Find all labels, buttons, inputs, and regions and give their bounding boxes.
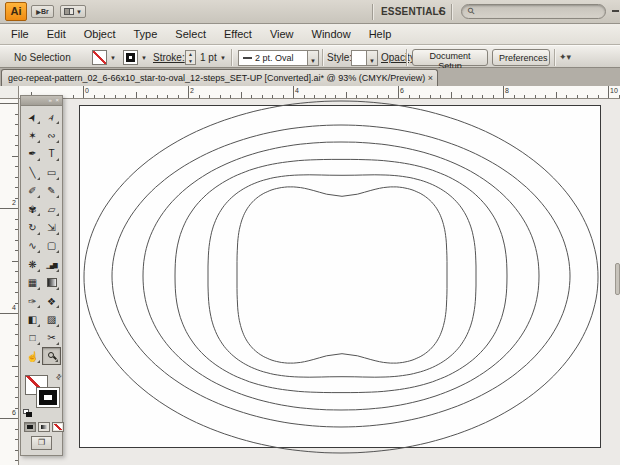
artboard[interactable] bbox=[80, 106, 601, 448]
separator bbox=[554, 49, 555, 66]
application-bar: Ai ▶Br ▼ ESSENTIALS ▼ ⚲ bbox=[0, 0, 620, 24]
ruler-tick bbox=[325, 95, 326, 99]
gradient-tool[interactable] bbox=[42, 274, 61, 292]
stroke-swatch[interactable] bbox=[123, 50, 138, 65]
color-mode-button[interactable] bbox=[24, 422, 36, 432]
fill-swatch[interactable] bbox=[92, 50, 107, 65]
vertical-scrollbar[interactable] bbox=[615, 263, 620, 295]
menu-window[interactable]: Window bbox=[303, 24, 360, 44]
zoom-tool[interactable] bbox=[42, 347, 61, 365]
document-setup-button[interactable]: Document Setup bbox=[412, 49, 488, 66]
eraser-tool[interactable]: ▱ bbox=[42, 200, 61, 218]
style-combo[interactable] bbox=[351, 50, 367, 66]
rectangle-tool[interactable]: ▭ bbox=[42, 163, 61, 181]
chevron-down-icon[interactable]: ▼ bbox=[220, 55, 226, 61]
brush-definition-combo[interactable]: 2 pt. Oval bbox=[238, 50, 308, 66]
ruler-tick bbox=[136, 92, 137, 98]
free-transform-tool[interactable]: ▢ bbox=[42, 237, 61, 255]
ruler-tick bbox=[482, 95, 483, 99]
search-input[interactable]: ⚲ bbox=[461, 4, 606, 19]
hand-tool[interactable]: ☝ bbox=[23, 347, 42, 365]
style-dropdown-button[interactable]: ▼ bbox=[366, 50, 378, 66]
separator bbox=[451, 4, 452, 20]
brush-dropdown-button[interactable]: ▼ bbox=[307, 50, 319, 66]
gradient-mode-button[interactable] bbox=[38, 422, 50, 432]
blob-brush-tool[interactable]: ✾ bbox=[23, 200, 42, 218]
swap-fill-stroke-icon[interactable]: ⇄ bbox=[54, 372, 64, 382]
preferences-button[interactable]: Preferences bbox=[492, 49, 550, 66]
ruler-tick bbox=[356, 95, 357, 99]
rotate-tool[interactable]: ↻ bbox=[23, 218, 42, 236]
ruler-tick bbox=[178, 95, 179, 99]
default-fill-stroke-icon[interactable] bbox=[23, 409, 32, 417]
canvas-drawing-area[interactable] bbox=[0, 99, 620, 465]
magic-wand-tool[interactable]: ✶ bbox=[23, 126, 42, 144]
scale-tool[interactable]: ⇲ bbox=[42, 218, 61, 236]
menu-select[interactable]: Select bbox=[166, 24, 215, 44]
ruler-tick bbox=[125, 95, 126, 99]
slice-tool[interactable]: ✂ bbox=[42, 329, 61, 347]
go-to-bridge-button[interactable]: ▶Br bbox=[31, 5, 54, 18]
stroke-color-swatch[interactable] bbox=[36, 387, 60, 408]
ruler-tick bbox=[440, 95, 441, 99]
ruler-tick bbox=[577, 95, 578, 99]
menu-type[interactable]: Type bbox=[125, 24, 167, 44]
type-tool[interactable]: T bbox=[42, 145, 61, 163]
direct-selection-tool[interactable]: ➢ bbox=[42, 108, 61, 126]
menu-help[interactable]: Help bbox=[360, 24, 401, 44]
ruler-origin-corner bbox=[0, 86, 19, 99]
ruler-tick bbox=[293, 86, 294, 99]
arrange-documents-button[interactable]: ▼ bbox=[60, 5, 86, 18]
pen-tool[interactable]: ✒ bbox=[23, 145, 42, 163]
eyedropper-tool[interactable]: ✑ bbox=[23, 292, 42, 310]
paint-mode-buttons bbox=[24, 422, 64, 432]
mesh-tool[interactable]: ▦ bbox=[23, 274, 42, 292]
ruler-tick bbox=[367, 95, 368, 99]
ruler-tick bbox=[524, 95, 525, 99]
opacity-panel-link[interactable]: Opacity bbox=[381, 52, 415, 63]
ruler-tick bbox=[503, 86, 504, 99]
artboard-tool[interactable]: □ bbox=[23, 329, 42, 347]
separator bbox=[372, 4, 373, 20]
column-graph-tool[interactable]: ▁▄▆ bbox=[42, 255, 61, 273]
document-tab[interactable]: geo-repeat-pattern_02_6-66x10_star-to-ov… bbox=[1, 69, 438, 86]
live-paint-bucket-tool[interactable]: ◧ bbox=[23, 310, 42, 328]
menu-edit[interactable]: Edit bbox=[38, 24, 75, 44]
chevron-down-icon[interactable]: ▼ bbox=[141, 55, 147, 61]
control-bar-options-icon[interactable]: ✦▾ bbox=[559, 52, 571, 62]
symbol-sprayer-tool[interactable]: ❋ bbox=[23, 255, 42, 273]
chevron-down-icon: ▼ bbox=[76, 9, 82, 15]
ruler-tick bbox=[272, 95, 273, 99]
ruler-tick bbox=[419, 95, 420, 99]
warp-tool[interactable]: ∿ bbox=[23, 237, 42, 255]
paintbrush-tool[interactable]: ✐ bbox=[23, 182, 42, 200]
lasso-tool[interactable]: ∾ bbox=[42, 126, 61, 144]
menu-file[interactable]: File bbox=[2, 24, 38, 44]
ruler-tick bbox=[83, 86, 84, 99]
close-icon[interactable]: × bbox=[428, 73, 433, 83]
none-mode-button[interactable] bbox=[52, 422, 64, 432]
stroke-weight-stepper[interactable]: ▲▼ bbox=[185, 50, 196, 65]
menu-object[interactable]: Object bbox=[75, 24, 125, 44]
style-label: Style: bbox=[327, 52, 352, 63]
ruler-tick bbox=[535, 95, 536, 99]
panel-header[interactable]: » × bbox=[21, 96, 62, 106]
selection-tool[interactable]: ➤ bbox=[23, 108, 42, 126]
document-tab-strip: geo-repeat-pattern_02_6-66x10_star-to-ov… bbox=[0, 68, 620, 86]
line-segment-tool[interactable]: ╲ bbox=[23, 163, 42, 181]
menu-effect[interactable]: Effect bbox=[215, 24, 261, 44]
chevron-down-icon[interactable]: ▼ bbox=[437, 9, 443, 15]
blend-tool[interactable]: ❖ bbox=[42, 292, 61, 310]
chevron-down-icon[interactable]: ▼ bbox=[110, 55, 116, 61]
screen-mode-button[interactable]: ❐ bbox=[31, 436, 52, 450]
minimize-button[interactable] bbox=[612, 10, 619, 12]
stroke-weight-value[interactable]: 1 pt bbox=[200, 52, 217, 63]
ruler-tick bbox=[377, 95, 378, 99]
pencil-tool[interactable]: ✎ bbox=[42, 182, 61, 200]
live-paint-selection-tool[interactable]: ▨ bbox=[42, 310, 61, 328]
zoom-icon bbox=[48, 352, 56, 360]
menu-view[interactable]: View bbox=[261, 24, 303, 44]
stroke-panel-link[interactable]: Stroke: bbox=[153, 52, 185, 63]
ruler-tick bbox=[493, 95, 494, 99]
horizontal-ruler: 0246810 bbox=[0, 86, 620, 99]
